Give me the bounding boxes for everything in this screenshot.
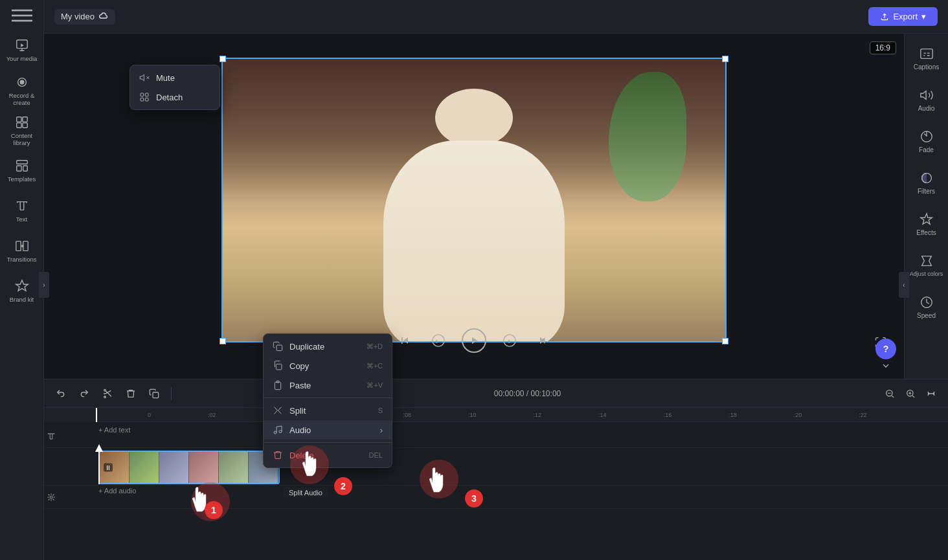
- clip-thumbnails: [100, 452, 278, 483]
- svg-rect-30: [276, 364, 282, 370]
- submenu-detach[interactable]: Detach: [130, 87, 220, 107]
- audio-track-label: [47, 493, 96, 502]
- svg-rect-25: [153, 392, 159, 398]
- thumb-3: [159, 452, 188, 483]
- audio-submenu: Mute Detach: [130, 65, 220, 110]
- svg-point-33: [274, 431, 276, 434]
- thumb-5: [219, 452, 248, 483]
- resize-handle-tr[interactable]: [722, 56, 728, 62]
- cut-button[interactable]: [98, 385, 117, 403]
- timeline: 0 :02 :04 :06 :08 :10 :12 :14 :16 :18 :2…: [44, 408, 948, 560]
- svg-rect-32: [275, 382, 280, 389]
- timecode-display: 00:00:00 / 00:10:00: [494, 389, 561, 398]
- thumb-4: [189, 452, 218, 483]
- delete-button[interactable]: [122, 385, 140, 403]
- svg-rect-3: [16, 40, 27, 49]
- help-button[interactable]: ?: [875, 339, 896, 359]
- toolbar-divider: [171, 387, 172, 400]
- paste-icon: [273, 380, 283, 390]
- right-panel-adjust-colors[interactable]: Adjust colors: [907, 246, 946, 285]
- svg-rect-7: [22, 117, 27, 121]
- panel-chevron-down[interactable]: [875, 359, 896, 372]
- add-text-button[interactable]: + Add text: [98, 426, 948, 434]
- ruler-marks: 0 :02 :04 :06 :08 :10 :12 :14 :16 :18 :2…: [96, 412, 948, 418]
- redo-button[interactable]: [75, 385, 93, 403]
- sidebar-item-templates[interactable]: Templates: [3, 151, 41, 190]
- add-audio-button[interactable]: + Add audio: [98, 487, 948, 495]
- playback-controls: 5 5: [394, 328, 554, 353]
- right-panel-effects[interactable]: Effects: [907, 205, 946, 243]
- sidebar-collapse-button[interactable]: ›: [39, 272, 49, 298]
- svg-rect-9: [22, 123, 27, 128]
- svg-text:5: 5: [508, 339, 510, 344]
- playhead: [98, 449, 100, 484]
- duplicate-clip-button[interactable]: [145, 385, 163, 403]
- zoom-controls: [881, 385, 940, 403]
- ctx-paste[interactable]: Paste ⌘+V: [264, 375, 392, 395]
- svg-rect-10: [16, 161, 27, 164]
- svg-rect-12: [23, 166, 27, 171]
- svg-point-23: [104, 396, 106, 398]
- project-title[interactable]: My video: [54, 9, 115, 25]
- submenu-mute[interactable]: Mute: [130, 68, 220, 87]
- right-panel-audio[interactable]: Audio: [907, 80, 946, 119]
- rewind-button[interactable]: 5: [428, 330, 449, 351]
- sidebar-item-brand-kit[interactable]: Brand kit: [3, 272, 41, 311]
- mute-icon: [139, 73, 150, 83]
- bottom-panel: 00:00:00 / 00:10:00: [44, 379, 948, 560]
- aspect-ratio-badge: 16:9: [870, 41, 896, 54]
- sidebar-item-transitions[interactable]: Transitions: [3, 232, 41, 271]
- skip-start-button[interactable]: [394, 330, 415, 351]
- ctx-delete[interactable]: Delete DEL: [264, 445, 392, 465]
- menu-icon[interactable]: [12, 5, 32, 26]
- timeline-ruler: 0 :02 :04 :06 :08 :10 :12 :14 :16 :18 :2…: [44, 408, 948, 422]
- sidebar-item-your-media[interactable]: Your media: [3, 31, 41, 70]
- svg-rect-13: [16, 241, 20, 251]
- ctx-copy[interactable]: Copy ⌘+C: [264, 356, 392, 375]
- audio-track-row: + Add audio: [44, 486, 948, 509]
- ctx-duplicate[interactable]: Duplicate ⌘+D: [264, 337, 392, 356]
- svg-point-28: [50, 496, 52, 498]
- resize-handle-tl[interactable]: [220, 56, 226, 62]
- svg-rect-37: [141, 93, 144, 96]
- right-panel: Captions Audio Fade Filters Effects Adju…: [904, 34, 948, 379]
- clip-pause-icon: ⏸: [104, 463, 113, 471]
- text-track-row: + Add text: [44, 425, 948, 448]
- right-panel-captions[interactable]: Captions: [907, 39, 946, 78]
- resize-handle-br[interactable]: [722, 338, 728, 344]
- sidebar-item-text[interactable]: Text: [3, 192, 41, 230]
- skip-end-button[interactable]: [533, 330, 554, 351]
- svg-rect-11: [16, 166, 21, 171]
- svg-point-24: [104, 389, 106, 391]
- zoom-out-button[interactable]: [881, 385, 899, 403]
- svg-rect-1: [12, 15, 32, 17]
- svg-rect-2: [12, 20, 32, 22]
- play-button[interactable]: [462, 328, 486, 353]
- detach-icon: [139, 92, 150, 102]
- timeline-tracks: + Add text ⏸: [44, 422, 948, 511]
- ctx-split[interactable]: Split S: [264, 401, 392, 420]
- text-track-content: + Add text: [98, 426, 948, 447]
- svg-rect-39: [145, 98, 148, 101]
- audio-icon: [273, 425, 283, 435]
- right-panel-filters[interactable]: Filters: [907, 163, 946, 202]
- resize-handle-bl[interactable]: [220, 338, 226, 344]
- sidebar-item-record-create[interactable]: Record & create: [3, 71, 41, 110]
- svg-point-34: [279, 431, 282, 433]
- undo-button[interactable]: [52, 385, 70, 403]
- export-button[interactable]: Export ▾: [868, 7, 938, 26]
- fit-timeline-button[interactable]: [922, 385, 940, 403]
- svg-rect-40: [141, 98, 144, 101]
- video-track-row: ⏸: [44, 448, 948, 486]
- right-panel-collapse-button[interactable]: ‹: [899, 272, 909, 298]
- right-panel-fade[interactable]: Fade: [907, 122, 946, 161]
- text-track-label: [47, 432, 96, 441]
- right-panel-speed[interactable]: Speed: [907, 287, 946, 326]
- ctx-audio[interactable]: Audio ›: [264, 420, 392, 440]
- sidebar-item-content-library[interactable]: Content library: [3, 111, 41, 150]
- copy-icon: [273, 361, 283, 371]
- forward-button[interactable]: 5: [499, 330, 520, 351]
- video-clip[interactable]: ⏸: [98, 451, 280, 484]
- timeline-toolbar: 00:00:00 / 00:10:00: [44, 379, 948, 408]
- zoom-in-button[interactable]: [901, 385, 920, 403]
